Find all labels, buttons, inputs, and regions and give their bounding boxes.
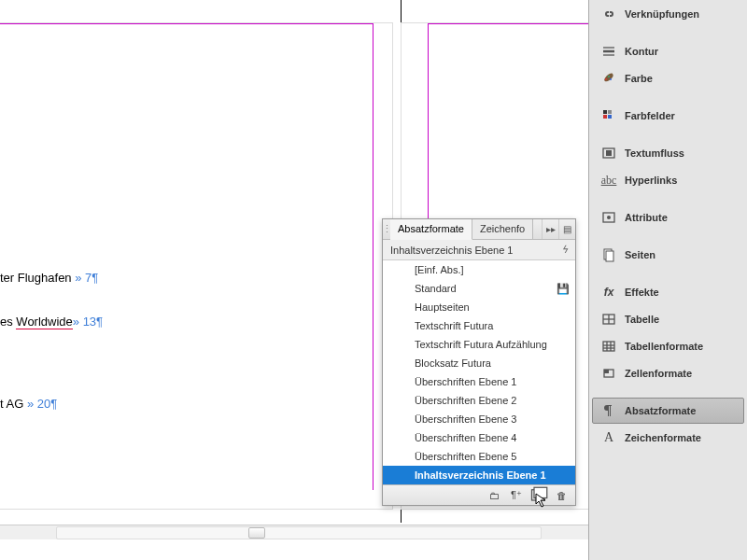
svg-rect-21 [603,342,614,351]
dock-item-stroke[interactable]: Kontur [592,38,744,64]
panel-footer: 🗀 ¶⁺ 🗑 [383,484,575,505]
svg-point-5 [605,78,607,80]
style-row[interactable]: Überschriften Ebene 2 [383,391,575,410]
style-row[interactable]: Überschriften Ebene 5 [383,447,575,466]
char-icon: A [600,430,617,445]
wrap-icon [600,146,617,161]
svg-point-7 [610,78,612,80]
dock-item-label: Effekte [625,287,659,298]
dock-item-swatches[interactable]: Farbfelder [592,103,744,129]
svg-rect-11 [608,115,612,119]
cellfmt-icon [600,366,617,381]
panel-menu-icon[interactable]: ▤ [558,219,575,239]
links-icon [600,7,617,21]
dock-item-pages[interactable]: Seiten [592,242,744,268]
dock-item-table[interactable]: Tabelle [592,306,744,332]
collapse-icon[interactable]: ▸▸ [542,219,558,239]
svg-point-15 [607,216,611,219]
pages-icon [600,247,617,262]
dock-item-attribute[interactable]: Attribute [592,204,744,231]
new-style-icon[interactable] [529,488,549,503]
svg-rect-1 [534,487,547,497]
style-row[interactable]: Inhaltsverzeichnis Ebene 1 [383,466,575,484]
style-row[interactable]: Überschriften Ebene 4 [383,428,575,447]
style-row[interactable]: Blocksatz Futura [383,354,575,372]
style-label: Inhaltsverzeichnis Ebene 1 [415,469,570,481]
style-row[interactable]: Hauptseiten [383,298,575,316]
grip-icon[interactable]: ⋮ [383,219,390,239]
dock-item-label: Farbe [625,73,653,84]
style-row[interactable]: Textschrift Futura Aufzählung [383,335,575,354]
style-row[interactable]: Standard💾 [383,279,575,298]
dock-item-hyperlink[interactable]: abcHyperlinks [592,167,744,193]
current-style-label: Inhaltsverzeichnis Ebene 1 [390,245,513,256]
style-label: Standard [415,283,557,294]
dock-item-label: Farbfelder [625,110,675,121]
style-row[interactable]: Überschriften Ebene 1 [383,372,575,391]
svg-rect-9 [608,110,612,114]
scroll-thumb[interactable] [248,527,265,539]
new-group-icon[interactable]: 🗀 [484,488,504,503]
fx-icon: fx [600,285,617,300]
stroke-icon [600,44,617,59]
dock-item-label: Tabellenformate [625,341,703,352]
dock-item-color[interactable]: Farbe [592,65,744,91]
tablefmt-icon [600,339,617,354]
style-row[interactable]: Textschrift Futura [383,316,575,335]
style-list: [Einf. Abs.]Standard💾HauptseitenTextschr… [383,260,575,484]
disk-icon: 💾 [557,283,570,295]
style-label: Überschriften Ebene 2 [415,395,570,406]
style-label: Überschriften Ebene 4 [415,432,570,443]
dock-item-links[interactable]: Verknüpfungen [592,1,744,27]
dock-item-label: Attribute [625,212,668,223]
svg-rect-8 [603,110,607,114]
color-icon [600,71,617,86]
svg-point-6 [608,76,610,77]
style-label: Überschriften Ebene 1 [415,376,570,387]
style-label: [Einf. Abs.] [415,264,570,275]
style-label: Hauptseiten [415,301,570,313]
style-label: Überschriften Ebene 3 [415,413,570,425]
dock-item-label: Tabelle [625,314,659,325]
delete-style-icon[interactable]: 🗑 [551,488,571,503]
toc-line: es Worldwide» 13¶ [0,315,103,330]
style-label: Überschriften Ebene 5 [415,451,570,462]
quick-apply-icon[interactable]: ϟ [561,244,568,256]
attribute-icon [600,210,617,225]
dock-item-tablefmt[interactable]: Tabellenformate [592,333,744,359]
dock-item-para[interactable]: Absatzformate [592,398,744,424]
tab-zeichenformate[interactable]: Zeichenfo [472,219,533,239]
toc-line: t AG » 20¶ [0,397,57,413]
page-left [0,23,392,509]
dock-item-wrap[interactable]: Textumfluss [592,140,744,166]
dock-item-label: Zeichenformate [625,432,701,443]
dock-item-cellfmt[interactable]: Zellenformate [592,360,744,386]
tab-absatzformate[interactable]: Absatzformate [390,219,472,240]
toc-line: ter Flughafen » 7¶ [0,271,98,287]
horizontal-scrollbar[interactable] [0,525,588,539]
style-label: Textschrift Futura [415,320,570,331]
style-label: Blocksatz Futura [415,357,570,369]
paragraph-styles-panel: ⋮ Absatzformate Zeichenfo ▸▸ ▤ Inhaltsve… [382,218,576,506]
dock-item-label: Seiten [625,249,655,260]
dock-item-label: Absatzformate [625,405,696,416]
panel-header[interactable]: ⋮ Absatzformate Zeichenfo ▸▸ ▤ [383,219,575,240]
panel-dock: VerknüpfungenKonturFarbeFarbfelderTextum… [588,0,747,560]
dock-item-label: Zellenformate [625,368,692,379]
current-style-row: Inhaltsverzeichnis Ebene 1 ϟ [383,240,575,260]
dock-item-label: Kontur [625,46,658,57]
svg-rect-27 [604,370,609,373]
dock-item-label: Hyperlinks [625,175,677,186]
dock-item-label: Textumfluss [625,147,684,159]
dock-item-fx[interactable]: fxEffekte [592,279,744,305]
hyperlink-icon: abc [600,173,617,188]
dock-item-label: Verknüpfungen [625,8,699,20]
clear-overrides-icon[interactable]: ¶⁺ [506,488,527,503]
svg-rect-10 [603,115,607,119]
style-row[interactable]: [Einf. Abs.] [383,260,575,279]
para-icon [600,403,617,418]
svg-rect-17 [606,251,613,261]
style-row[interactable]: Überschriften Ebene 3 [383,410,575,428]
dock-item-char[interactable]: AZeichenformate [592,425,744,451]
swatches-icon [600,108,617,123]
